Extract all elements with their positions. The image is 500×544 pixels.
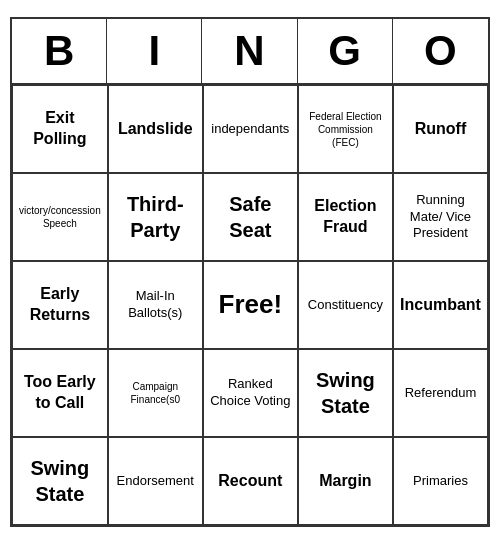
- bingo-cell: Recount: [203, 437, 298, 525]
- header-letter: B: [12, 19, 107, 83]
- bingo-cell: Endorsement: [108, 437, 203, 525]
- bingo-cell: Running Mate/ Vice President: [393, 173, 488, 261]
- bingo-cell: victory/concession Speech: [12, 173, 108, 261]
- header-letter: O: [393, 19, 488, 83]
- bingo-cell: Referendum: [393, 349, 488, 437]
- bingo-cell: Constituency: [298, 261, 393, 349]
- header-letter: G: [298, 19, 393, 83]
- bingo-cell: Federal Election Commission (FEC): [298, 85, 393, 173]
- bingo-cell: Third-Party: [108, 173, 203, 261]
- header-letter: N: [202, 19, 297, 83]
- bingo-cell: Mail-In Ballots(s): [108, 261, 203, 349]
- bingo-cell: Primaries: [393, 437, 488, 525]
- bingo-cell: Campaign Finance(s0: [108, 349, 203, 437]
- bingo-cell: Swing State: [12, 437, 108, 525]
- bingo-cell: Safe Seat: [203, 173, 298, 261]
- bingo-cell: Too Early to Call: [12, 349, 108, 437]
- bingo-cell: Margin: [298, 437, 393, 525]
- bingo-cell: Incumbant: [393, 261, 488, 349]
- bingo-cell: Runoff: [393, 85, 488, 173]
- bingo-grid: Exit PollingLandslideindependantsFederal…: [12, 85, 488, 525]
- bingo-cell: Exit Polling: [12, 85, 108, 173]
- header-letter: I: [107, 19, 202, 83]
- bingo-cell: Swing State: [298, 349, 393, 437]
- bingo-cell: independants: [203, 85, 298, 173]
- bingo-card: BINGO Exit PollingLandslideindependantsF…: [10, 17, 490, 527]
- bingo-cell: Early Returns: [12, 261, 108, 349]
- bingo-cell: Ranked Choice Voting: [203, 349, 298, 437]
- bingo-cell: Free!: [203, 261, 298, 349]
- bingo-cell: Landslide: [108, 85, 203, 173]
- bingo-cell: Election Fraud: [298, 173, 393, 261]
- bingo-header: BINGO: [12, 19, 488, 85]
